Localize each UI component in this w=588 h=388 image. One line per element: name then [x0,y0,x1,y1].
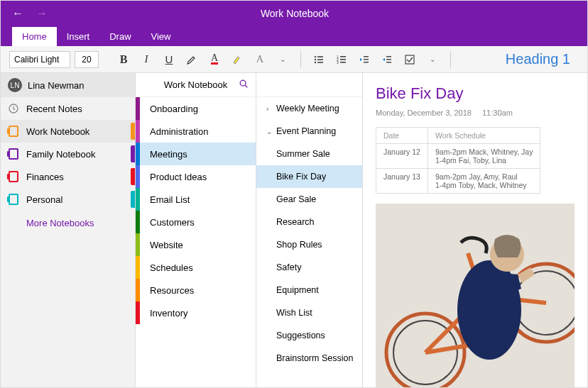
page-item[interactable]: ⌄Event Planning [256,120,362,143]
section-item[interactable]: Onboarding [136,97,256,120]
tab-draw[interactable]: Draw [99,27,141,46]
font-name-select[interactable]: Calibri Light [9,51,70,68]
svg-rect-13 [364,59,369,60]
forward-button[interactable]: → [36,7,48,20]
todo-tag-button[interactable] [401,50,419,69]
svg-rect-7 [340,56,346,57]
pages-column: ›Weekly Meeting⌄Event PlanningSummer Sal… [256,73,363,387]
highlight-color-button[interactable] [228,50,246,69]
section-label: Administration [150,126,208,137]
svg-rect-18 [405,55,414,64]
chevron-icon[interactable]: › [266,105,273,113]
color-stripe [131,191,135,208]
page-item[interactable]: Summer Sale [256,143,362,165]
recent-notes[interactable]: Recent Notes [1,97,135,120]
svg-text:3: 3 [337,60,339,65]
svg-point-4 [315,61,316,62]
italic-button[interactable]: I [137,50,156,69]
page-time: 11:30am [482,109,513,117]
section-item[interactable]: Email List [136,188,256,211]
notebook-item[interactable]: Personal [1,188,135,211]
page-label: Suggestions [276,331,325,340]
section-item[interactable]: Meetings [136,143,256,165]
svg-point-2 [315,58,316,60]
page-label: Bike Fix Day [276,172,326,182]
sidebar-item-label: Personal [26,194,62,205]
section-label: Meetings [150,149,187,160]
bold-button[interactable]: B [114,50,133,69]
sections-column: Work Notebook OnboardingAdministrationMe… [136,73,256,387]
outdent-button[interactable] [355,50,374,69]
section-color-tab [136,97,140,120]
section-label: Website [150,240,183,250]
ribbon: Calibri Light 20 B I U A A ⌄ 123 [1,46,587,73]
page-item[interactable]: Bike Fix Day [256,165,362,188]
page-item[interactable]: ›Weekly Meeting [256,97,362,120]
more-font-button[interactable]: ⌄ [273,50,292,69]
table-row[interactable]: January 12 9am-2pm Mack, Whitney, Jay 1-… [376,144,540,169]
underline-button[interactable]: U [160,50,178,69]
section-item[interactable]: Administration [136,120,256,143]
section-color-tab [136,143,140,165]
back-button[interactable]: ← [12,7,23,20]
more-notebooks-link[interactable]: More Notebooks [1,211,135,235]
page-meta: Monday, December 3, 2018 11:30am [376,109,575,117]
font-size-select[interactable]: 20 [75,51,99,68]
tab-home[interactable]: Home [12,27,57,46]
ribbon-tabs: Home Insert Draw View [1,26,587,46]
color-stripe [131,168,135,185]
bullets-button[interactable] [310,50,328,69]
font-color-button[interactable]: A [205,50,224,69]
svg-point-20 [240,80,246,86]
page-item[interactable]: Gear Sale [256,188,362,211]
svg-rect-17 [386,62,391,63]
svg-rect-14 [364,62,369,63]
page-item[interactable]: Brainstorm Session [256,347,362,370]
notebook-icon [8,194,19,205]
svg-rect-29 [501,243,515,249]
numbering-button[interactable]: 123 [332,50,351,69]
page-item[interactable]: Shop Rules [256,233,362,256]
notebook-item[interactable]: Family Notebook [1,143,135,165]
schedule-table[interactable]: Date Work Schedule January 12 9am-2pm Ma… [376,127,540,194]
section-item[interactable]: Website [136,233,256,256]
tab-view[interactable]: View [141,27,181,46]
page-item[interactable]: Wish List [256,301,362,324]
section-item[interactable]: Resources [136,279,256,301]
sidebar-item-label: Finances [26,172,64,182]
svg-line-21 [245,85,247,87]
page-label: Wish List [276,308,312,318]
highlight-button[interactable] [183,50,201,69]
notebook-item[interactable]: Work Notebook [1,120,135,143]
page-title[interactable]: Bike Fix Day [376,84,575,103]
page-label: Research [276,217,315,227]
table-row[interactable]: January 13 9am-2pm Jay, Amy, Raul 1-4pm … [376,169,540,194]
svg-rect-11 [340,62,346,63]
tab-insert[interactable]: Insert [57,27,100,46]
section-item[interactable]: Product Ideas [136,165,256,188]
notebook-item[interactable]: Finances [1,165,135,188]
indent-button[interactable] [378,50,396,69]
section-item[interactable]: Inventory [136,301,256,324]
page-item[interactable]: Research [256,211,362,233]
user-account[interactable]: LN Lina Newman [1,73,135,97]
styles-gallery[interactable]: Heading 1 [497,51,579,67]
page-label: Summer Sale [276,149,330,159]
embedded-image[interactable] [376,204,575,387]
chevron-icon[interactable]: ⌄ [266,128,273,135]
section-item[interactable]: Customers [136,211,256,233]
page-item[interactable]: Safety [256,256,362,279]
page-item[interactable]: Suggestions [256,324,362,347]
sections-header-label: Work Notebook [164,79,227,90]
search-icon[interactable] [239,79,249,91]
page-item[interactable]: Equipment [256,279,362,301]
page-label: Gear Sale [276,194,316,204]
clear-formatting-button[interactable]: A [251,50,269,69]
nav-arrows: ← → [1,7,59,20]
more-para-button[interactable]: ⌄ [423,50,442,69]
section-item[interactable]: Schedules [136,256,256,279]
note-canvas[interactable]: Bike Fix Day Monday, December 3, 2018 11… [363,73,587,387]
section-color-tab [136,301,140,324]
ribbon-divider [300,51,301,68]
page-label: Event Planning [276,126,336,136]
